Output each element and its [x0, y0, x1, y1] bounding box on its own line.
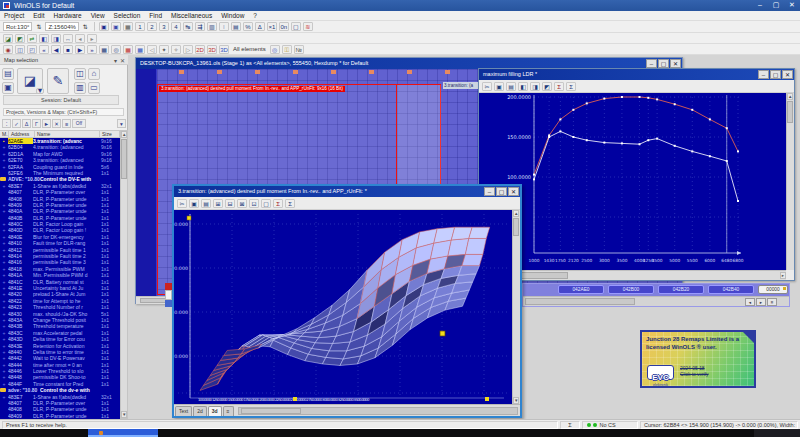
maximize-button[interactable]: ▢	[496, 187, 507, 196]
panel-close-button[interactable]: ✕	[120, 56, 125, 66]
scroll-down-icon[interactable]: ▼	[513, 397, 519, 404]
maximize-button[interactable]: ▢	[658, 59, 669, 68]
tab-3d[interactable]: 3d	[208, 406, 222, 416]
toolbar-view-frame-icon[interactable]: ▢	[261, 199, 271, 208]
minimize-button[interactable]: –	[484, 187, 495, 196]
scrollbar-thumb[interactable]	[121, 139, 127, 179]
toolbar-next-marker-icon[interactable]: ▸	[87, 34, 97, 43]
minimize-button[interactable]: –	[646, 59, 657, 68]
toolbar-context-help-icon[interactable]: №	[294, 45, 304, 54]
fragment-button[interactable]: ▸	[756, 298, 766, 306]
toolbar-sum-check-icon[interactable]: Σ	[554, 82, 564, 91]
map-list-scrollbar[interactable]: ▲ ▼	[120, 130, 128, 419]
toolbar-table-view-icon[interactable]: ▦	[99, 45, 109, 54]
toolbar-prev-diff-icon[interactable]: ◁	[147, 45, 157, 54]
toolbar-copy-icon[interactable]: ▣	[189, 199, 199, 208]
toolbar-range-icon[interactable]: ↔	[63, 34, 73, 43]
maximize-button[interactable]: ▢	[770, 1, 782, 10]
toolbar-map-2d-window-icon[interactable]: ▣	[99, 22, 109, 31]
toolbar-view-dot-icon[interactable]: ⊡	[249, 199, 259, 208]
tab-view[interactable]: ≡	[223, 406, 234, 416]
toolbar-fix-icon[interactable]: ✦	[159, 45, 169, 54]
scroll-right-icon[interactable]: ▸	[780, 272, 786, 279]
scroll-up-icon[interactable]: ▲	[787, 93, 793, 100]
toolbar-view-3d-icon[interactable]: ◩	[542, 82, 552, 91]
ldr-titlebar[interactable]: maximum filling LDR * – ▢ ✕	[479, 69, 794, 80]
toolbar-sum-icon[interactable]: Σ	[285, 199, 295, 208]
close-button[interactable]: ✕	[508, 187, 519, 196]
toolbar-columns-icon[interactable]: ▥	[207, 22, 217, 31]
scroll-down-icon[interactable]: ▼	[121, 411, 127, 418]
ldr-curve-chart[interactable]: 200.0000150.0000100.00001000143017502120…	[479, 93, 786, 270]
menu-item-miscellaneous[interactable]: Miscellaneous	[171, 12, 212, 19]
toolbar-sum-check-icon[interactable]: Σ	[273, 199, 283, 208]
toolbar-view-mul-icon[interactable]: ⊠	[237, 199, 247, 208]
toolbar-copy-icon[interactable]: ▣	[494, 82, 504, 91]
toolbar-compare-icon[interactable]: ◉	[3, 45, 13, 54]
license-verify-link[interactable]: Click to verify	[680, 372, 709, 378]
rotation-field[interactable]: Rot:130°	[3, 22, 32, 31]
toolbar-view-add-icon[interactable]: ⊞	[213, 199, 223, 208]
toolbar-next-icon[interactable]: ▶	[75, 45, 85, 54]
filter-dropdown-icon[interactable]: ▾	[117, 119, 126, 128]
toolbar-table-original-icon[interactable]: ▦	[123, 45, 133, 54]
toolbar-cut-icon[interactable]: ✂	[177, 199, 187, 208]
toolbar-window-original-icon[interactable]: ◫	[15, 45, 25, 54]
scrollbar-thumb[interactable]	[525, 298, 635, 305]
toolbar-view-3d-icon[interactable]: 3D	[219, 45, 229, 54]
toolbar-color-scale-icon[interactable]: ≋	[303, 22, 313, 31]
toolbar-last-icon[interactable]: »	[87, 45, 97, 54]
column-header-address[interactable]: Address	[9, 130, 35, 138]
toolbar-percent-icon[interactable]: %	[243, 22, 253, 31]
column-header-m[interactable]: M.	[0, 130, 9, 138]
scrollbar-thumb[interactable]	[241, 408, 301, 414]
filter-filter-play-icon[interactable]: ►	[42, 119, 51, 128]
toolbar-fix-all-icon[interactable]: ✧	[171, 45, 181, 54]
column-header-size[interactable]: Size	[100, 130, 120, 138]
toolbar-sum-icon[interactable]: Σ	[566, 82, 576, 91]
column-header-name[interactable]: Name	[35, 130, 100, 138]
filter-filter-clear-icon[interactable]: ✕	[52, 119, 61, 128]
toolbar-export-project-icon[interactable]: ◩	[15, 34, 25, 43]
scrollbar-thumb[interactable]	[513, 218, 519, 236]
filter-filter-check-icon[interactable]: ✓	[12, 119, 21, 128]
toolbar-paste-icon[interactable]: ▤	[506, 82, 516, 91]
sidebar-edit-project-icon[interactable]: ✎	[47, 68, 69, 94]
projects-filter-combo[interactable]: Projects, Versions & Maps: (Ctrl+Shift+F…	[3, 108, 124, 116]
toolbar-search-map-icon[interactable]: ◎	[111, 45, 121, 54]
map-3d-hscrollbar[interactable]	[238, 407, 519, 415]
toolbar-cut-icon[interactable]: ✂	[482, 82, 492, 91]
axis-address-cell-selected[interactable]: 00000	[758, 285, 788, 294]
toolbar-view-sub-icon[interactable]: ⊟	[225, 199, 235, 208]
sidebar-export-map-icon[interactable]: ▥	[74, 82, 86, 94]
toolbar-view-2d-icon[interactable]: 2D	[195, 45, 205, 54]
toolbar-column-width-icon[interactable]: ↹	[183, 22, 193, 31]
toolbar-window-version-icon[interactable]: ◰	[27, 45, 37, 54]
filter-off-button[interactable]: Off	[72, 119, 86, 128]
toolbar-first-icon[interactable]: «	[39, 45, 49, 54]
toolbar-insert-right-icon[interactable]: ◨	[51, 34, 61, 43]
toolbar-prev-marker-icon[interactable]: ◂	[75, 34, 85, 43]
filter-filter-gamma-icon[interactable]: Γ	[32, 119, 41, 128]
toolbar-column-fit-icon[interactable]: ⇶	[195, 22, 205, 31]
toolbar-difference-icon[interactable]: Δ	[255, 22, 265, 31]
toolbar-table-version-icon[interactable]: ▦	[135, 45, 145, 54]
zoom-field[interactable]: Z:15604%	[45, 22, 78, 31]
map-3d-surface-chart[interactable]: 150.000100.00050.0000.000100.0000 1250.0…	[174, 210, 512, 404]
menu-item-project[interactable]: Project	[4, 12, 24, 19]
sidebar-monitor-icon[interactable]: ▭	[88, 82, 100, 94]
tab-text[interactable]: Text	[175, 406, 192, 416]
toolbar-sync-icon[interactable]: ⇄	[27, 34, 37, 43]
toolbar-insert-left-icon[interactable]: ◧	[39, 34, 49, 43]
toolbar-view-2d-icon[interactable]: ◨	[530, 82, 540, 91]
toolbar-zoom-help-icon[interactable]: ◎	[270, 45, 280, 54]
filter-filter-lines-icon[interactable]: ≡	[62, 119, 71, 128]
menu-item-window[interactable]: Window	[221, 12, 244, 19]
toolbar-view-2-icon[interactable]: 2	[147, 22, 157, 31]
ldr-hscrollbar[interactable]: ◂ ▸	[479, 270, 786, 280]
close-button[interactable]: ✕	[782, 70, 793, 79]
toolbar-map-3d-window-icon[interactable]: ▣	[111, 22, 121, 31]
toolbar-rows-icon[interactable]: ▤	[231, 22, 241, 31]
menu-item-find[interactable]: Find	[149, 12, 162, 19]
map-3d-titlebar[interactable]: 3.transition: (advanced) desired pull mo…	[174, 186, 520, 197]
